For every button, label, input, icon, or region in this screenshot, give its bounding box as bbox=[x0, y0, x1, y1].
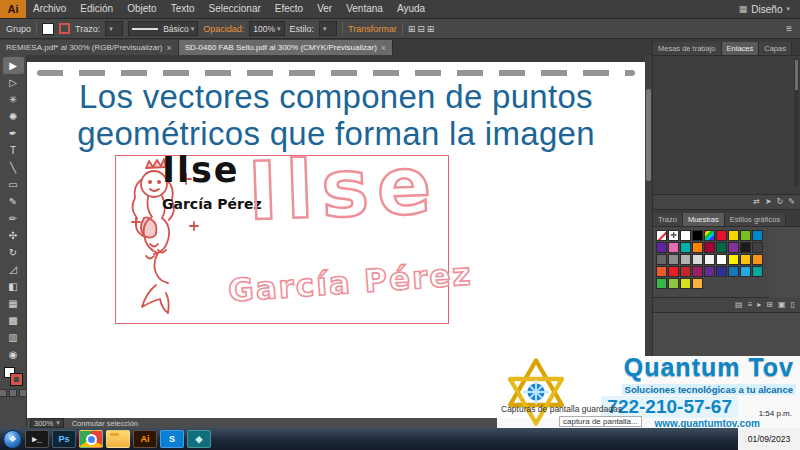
vector-name-outline[interactable]: Ilse bbox=[246, 139, 440, 239]
raster-name-text[interactable]: Ilse bbox=[162, 150, 240, 190]
color-swatch[interactable] bbox=[752, 242, 763, 253]
brush-dropdown[interactable]: Básico▾ bbox=[128, 21, 198, 36]
go-to-link-icon[interactable]: ➤ bbox=[765, 197, 772, 207]
links-scrollbar[interactable] bbox=[794, 58, 799, 186]
document-tab[interactable]: SD-0460 FAB Sello.pdf al 300% (CMYK/Prev… bbox=[179, 40, 393, 55]
skype-icon[interactable]: S bbox=[160, 430, 184, 448]
menu-objeto[interactable]: Objeto bbox=[120, 0, 163, 18]
draw-inside-icon[interactable] bbox=[19, 389, 27, 397]
align-icons[interactable]: ⊞⊟⊞ bbox=[408, 24, 437, 34]
magic-wand-tool[interactable]: ✳ bbox=[3, 91, 24, 108]
mesh-tool[interactable]: ▩ bbox=[3, 312, 24, 329]
scrollbar-thumb[interactable] bbox=[795, 60, 798, 90]
color-swatch[interactable] bbox=[692, 242, 703, 253]
transform-link[interactable]: Transformar bbox=[348, 24, 397, 34]
color-swatch[interactable] bbox=[728, 266, 739, 277]
color-swatch[interactable] bbox=[716, 230, 727, 241]
rotate-tool[interactable]: ↻ bbox=[3, 244, 24, 261]
color-swatch[interactable] bbox=[716, 254, 727, 265]
scale-tool[interactable]: ◿ bbox=[3, 261, 24, 278]
color-swatch[interactable] bbox=[668, 278, 679, 289]
zoom-level[interactable]: 300%▾ bbox=[30, 418, 64, 428]
color-swatch[interactable] bbox=[704, 242, 715, 253]
color-swatch[interactable] bbox=[752, 230, 763, 241]
control-panel-menu-icon[interactable]: ≡ bbox=[786, 23, 794, 34]
fill-stroke-indicator[interactable] bbox=[4, 367, 22, 385]
color-swatch[interactable] bbox=[668, 266, 679, 277]
new-swatch-icon[interactable]: ▣ bbox=[778, 300, 786, 310]
paintbrush-tool[interactable]: ✎ bbox=[3, 193, 24, 210]
style-dropdown[interactable]: ▾ bbox=[319, 21, 337, 36]
draw-normal-icon[interactable] bbox=[0, 389, 7, 397]
color-swatch[interactable] bbox=[656, 278, 667, 289]
color-swatch[interactable] bbox=[656, 230, 667, 241]
document-tab[interactable]: REMIESA.pdf* al 300% (RGB/Previsualizar)… bbox=[0, 40, 179, 55]
color-swatch[interactable] bbox=[704, 266, 715, 277]
fill-swatch[interactable] bbox=[42, 23, 54, 35]
draw-mode-buttons[interactable] bbox=[0, 389, 27, 397]
color-swatch[interactable] bbox=[656, 254, 667, 265]
menu-texto[interactable]: Texto bbox=[164, 0, 202, 18]
lasso-tool[interactable]: ✺ bbox=[3, 108, 24, 125]
selection-tool[interactable]: ▶ bbox=[3, 57, 24, 74]
stroke-weight-dropdown[interactable]: ▾ bbox=[105, 21, 123, 36]
color-swatch[interactable] bbox=[680, 254, 691, 265]
color-swatch[interactable] bbox=[656, 266, 667, 277]
panel-tab-estilos-gráficos[interactable]: Estilos gráficos bbox=[725, 213, 786, 226]
color-swatch[interactable] bbox=[752, 266, 763, 277]
heading-line1[interactable]: Los vectores componen de puntos bbox=[27, 78, 645, 115]
color-swatch[interactable] bbox=[692, 230, 703, 241]
eyedropper-tool[interactable]: ◉ bbox=[3, 346, 24, 363]
color-swatch[interactable] bbox=[656, 242, 667, 253]
color-swatch[interactable] bbox=[740, 242, 751, 253]
direct-selection-tool[interactable]: ▷ bbox=[3, 74, 24, 91]
new-swatch-group-icon[interactable]: ⊞ bbox=[766, 300, 773, 310]
perspective-grid-tool[interactable]: ▦ bbox=[3, 295, 24, 312]
photoshop-icon[interactable]: Ps bbox=[52, 430, 76, 448]
panel-tab-enlaces[interactable]: Enlaces bbox=[722, 42, 760, 55]
vector-surname-outline[interactable]: García Pérez bbox=[227, 256, 473, 309]
console-icon[interactable]: ▸_ bbox=[25, 430, 49, 448]
menu-ventana[interactable]: Ventana bbox=[339, 0, 390, 18]
color-swatch[interactable] bbox=[692, 254, 703, 265]
edit-original-icon[interactable]: ✎ bbox=[788, 197, 795, 207]
panel-tab-trazo[interactable]: Trazo bbox=[653, 213, 683, 226]
pen-tool[interactable]: ✒ bbox=[3, 125, 24, 142]
color-swatch[interactable] bbox=[680, 266, 691, 277]
stroke-color-box[interactable] bbox=[11, 374, 22, 385]
menu-archivo[interactable]: Archivo bbox=[26, 0, 73, 18]
color-swatch[interactable] bbox=[728, 254, 739, 265]
media-app-icon[interactable]: ◆ bbox=[187, 430, 211, 448]
opacity-label[interactable]: Opacidad: bbox=[203, 24, 244, 34]
close-tab-icon[interactable]: × bbox=[381, 43, 386, 53]
menu-seleccionar[interactable]: Seleccionar bbox=[202, 0, 268, 18]
color-swatch[interactable] bbox=[668, 242, 679, 253]
delete-swatch-icon[interactable]: ▯ bbox=[791, 300, 795, 310]
color-swatch[interactable] bbox=[740, 254, 751, 265]
selection-bounding-box[interactable]: Ilse García Pérez Ilse García Pérez bbox=[115, 155, 449, 324]
color-swatch[interactable] bbox=[740, 230, 751, 241]
shape-builder-tool[interactable]: ◧ bbox=[3, 278, 24, 295]
color-swatch[interactable] bbox=[668, 254, 679, 265]
color-swatch[interactable] bbox=[704, 230, 715, 241]
menu-ver[interactable]: Ver bbox=[310, 0, 339, 18]
menu-efecto[interactable]: Efecto bbox=[268, 0, 310, 18]
close-tab-icon[interactable]: × bbox=[167, 43, 172, 53]
line-segment-tool[interactable]: ╲ bbox=[3, 159, 24, 176]
opacity-dropdown[interactable]: 100%▾ bbox=[249, 21, 284, 36]
stroke-swatch[interactable] bbox=[59, 23, 70, 34]
width-tool[interactable]: ✣ bbox=[3, 227, 24, 244]
pencil-tool[interactable]: ✏ bbox=[3, 210, 24, 227]
swatch-kinds-icon[interactable]: ≡ bbox=[748, 300, 753, 310]
color-swatch[interactable]: ✛ bbox=[668, 230, 679, 241]
color-swatch[interactable] bbox=[692, 278, 703, 289]
color-swatch[interactable] bbox=[728, 242, 739, 253]
relink-icon[interactable]: ⇄ bbox=[753, 197, 760, 207]
file-explorer-icon[interactable] bbox=[106, 430, 130, 448]
swatch-options-icon[interactable]: ▸ bbox=[757, 300, 761, 310]
color-swatch[interactable] bbox=[680, 230, 691, 241]
illustrator-icon[interactable]: Ai bbox=[133, 430, 157, 448]
color-swatch[interactable] bbox=[752, 254, 763, 265]
menu-ayuda[interactable]: Ayuda bbox=[390, 0, 432, 18]
start-button[interactable]: ❖ bbox=[3, 430, 22, 449]
